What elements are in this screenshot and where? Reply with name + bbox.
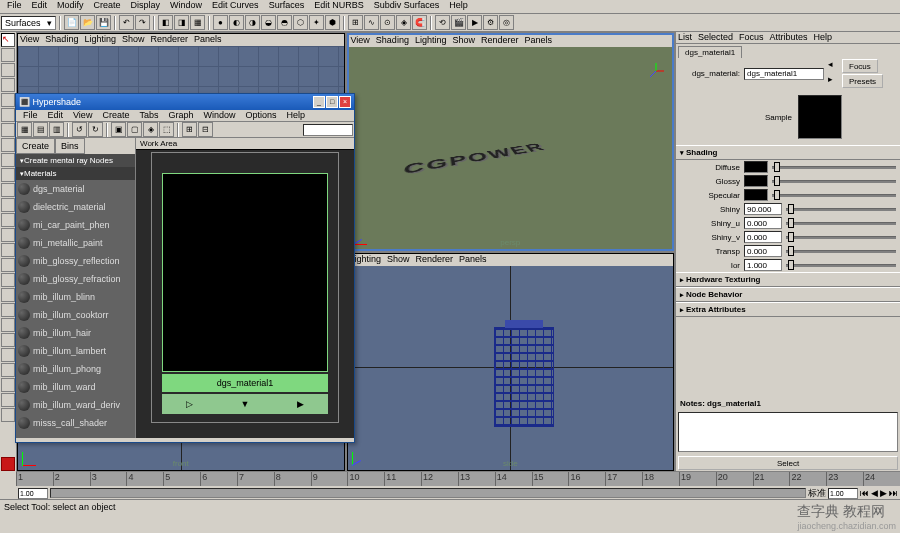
snap-plane-button[interactable]: ◈ [396,15,411,30]
maximize-button[interactable]: □ [326,96,338,108]
menu-edit[interactable]: Edit [27,0,53,13]
range-end-field[interactable] [828,488,858,499]
mask-button[interactable]: ◐ [229,15,244,30]
persp-3d-text-object[interactable]: CGPOWER [396,133,624,203]
node-behavior-section[interactable]: Node Behavior [676,287,900,302]
hs-material-item[interactable]: mib_illum_blinn [16,288,135,306]
mask-button[interactable]: ⬡ [293,15,308,30]
snap-live-button[interactable]: 🧲 [412,15,427,30]
view-cube-icon[interactable] [646,61,666,81]
time-slider[interactable]: 123456789101112131415161718192021222324 [16,472,900,486]
hs-tool-button[interactable]: ⊟ [198,122,213,137]
layout-custom[interactable] [1,408,15,422]
hs-material-item[interactable]: mib_illum_ward_deriv [16,396,135,414]
new-scene-button[interactable]: 📄 [64,15,79,30]
history-button[interactable]: ⟲ [435,15,450,30]
attr-slider[interactable] [786,259,896,271]
color-swatch[interactable] [744,161,768,173]
hypershade-window[interactable]: 🔳 Hypershade _ □ × FileEditViewCreateTab… [15,93,355,443]
menu-editnurbs[interactable]: Edit NURBS [309,0,369,13]
attr-slider[interactable] [786,217,896,229]
attr-slider[interactable] [786,245,896,257]
render-globals-button[interactable]: ⚙ [483,15,498,30]
quick-layout-icon[interactable] [1,457,15,471]
hs-material-list[interactable]: dgs_materialdielectric_materialmi_car_pa… [16,180,135,438]
last-tool[interactable] [1,138,15,152]
layout-custom[interactable] [1,348,15,362]
nav-prev-icon[interactable]: ◂ [828,59,840,70]
soft-mod-tool[interactable] [1,123,15,137]
node-output-icon[interactable]: ▶ [297,399,304,409]
hs-tool-button[interactable]: ⊞ [182,122,197,137]
layout-custom[interactable] [1,288,15,302]
menu-editcurves[interactable]: Edit Curves [207,0,264,13]
attr-value-field[interactable] [744,203,782,215]
hs-tool-button[interactable]: ◈ [143,122,158,137]
snap-curve-button[interactable]: ∿ [364,15,379,30]
layout-two-h[interactable] [1,183,15,197]
hs-tab-bins[interactable]: Bins [55,138,85,154]
menu-display[interactable]: Display [126,0,166,13]
sel-component-button[interactable]: ▦ [190,15,205,30]
hs-materials-header[interactable]: Materials [16,167,135,180]
layout-hypershade[interactable] [1,258,15,272]
sel-object-button[interactable]: ◨ [174,15,189,30]
rotate-tool[interactable] [1,78,15,92]
mask-button[interactable]: ◒ [261,15,276,30]
hs-tool-button[interactable]: ⬚ [159,122,174,137]
menu-create[interactable]: Create [89,0,126,13]
play-end-button[interactable]: ⏭ [889,488,898,498]
hs-tool-button[interactable]: ▦ [17,122,32,137]
manip-tool[interactable] [1,108,15,122]
hardware-texturing-section[interactable]: Hardware Texturing [676,272,900,287]
extra-attributes-section[interactable]: Extra Attributes [676,302,900,317]
menu-subdiv[interactable]: Subdiv Surfaces [369,0,445,13]
layout-persp-graph[interactable] [1,243,15,257]
presets-button[interactable]: Presets [842,74,883,88]
mask-button[interactable]: ◑ [245,15,260,30]
menu-surfaces[interactable]: Surfaces [264,0,310,13]
hs-material-item[interactable]: dgs_material [16,180,135,198]
color-swatch[interactable] [744,189,768,201]
viewport-persp[interactable]: ViewShadingLightingShowRendererPanels CG… [347,33,675,251]
layout-two-v[interactable] [1,198,15,212]
menu-window[interactable]: Window [165,0,207,13]
toolbar-button[interactable]: ◎ [499,15,514,30]
attr-value-field[interactable] [744,245,782,257]
range-slider[interactable]: 标准 ⏮ ◀ ▶ ⏭ [16,486,900,500]
hs-tool-button[interactable]: ▣ [111,122,126,137]
hs-create-header[interactable]: Create mental ray Nodes [16,154,135,167]
move-tool[interactable] [1,63,15,77]
mask-button[interactable]: ✦ [309,15,324,30]
hs-search-field[interactable] [303,124,353,136]
attr-value-field[interactable] [744,231,782,243]
hs-material-item[interactable]: mib_illum_cooktorr [16,306,135,324]
select-tool[interactable]: ↖ [1,33,15,47]
focus-button[interactable]: Focus [842,59,878,73]
hs-material-item[interactable]: mib_illum_hair [16,324,135,342]
range-start-field[interactable] [18,488,48,499]
hs-tool-button[interactable]: ▥ [49,122,64,137]
side-wireframe-object[interactable] [494,327,554,427]
viewport-side-menu[interactable]: LightingShowRendererPanels [348,254,674,266]
hs-tool-button[interactable]: ▤ [33,122,48,137]
play-fwd-button[interactable]: ▶ [880,488,887,498]
work-area-tab[interactable]: Work Area [136,138,354,150]
hypershade-work-area[interactable]: Work Area dgs_material1 ▷ ▼ ▶ [136,138,354,438]
mask-button[interactable]: ● [213,15,228,30]
layout-outliner[interactable] [1,228,15,242]
attr-slider[interactable] [786,231,896,243]
layout-custom[interactable] [1,318,15,332]
hs-material-item[interactable]: mib_illum_phong [16,360,135,378]
node-expand-icon[interactable]: ▼ [241,399,250,409]
module-selector[interactable]: Surfaces▾ [1,16,56,30]
layout-custom[interactable] [1,393,15,407]
render-button[interactable]: 🎬 [451,15,466,30]
viewport-side[interactable]: LightingShowRendererPanels side [347,253,675,471]
close-button[interactable]: × [339,96,351,108]
attr-value-field[interactable] [744,217,782,229]
play-back-button[interactable]: ◀ [871,488,878,498]
redo-button[interactable]: ↷ [135,15,150,30]
undo-button[interactable]: ↶ [119,15,134,30]
layout-custom[interactable] [1,303,15,317]
